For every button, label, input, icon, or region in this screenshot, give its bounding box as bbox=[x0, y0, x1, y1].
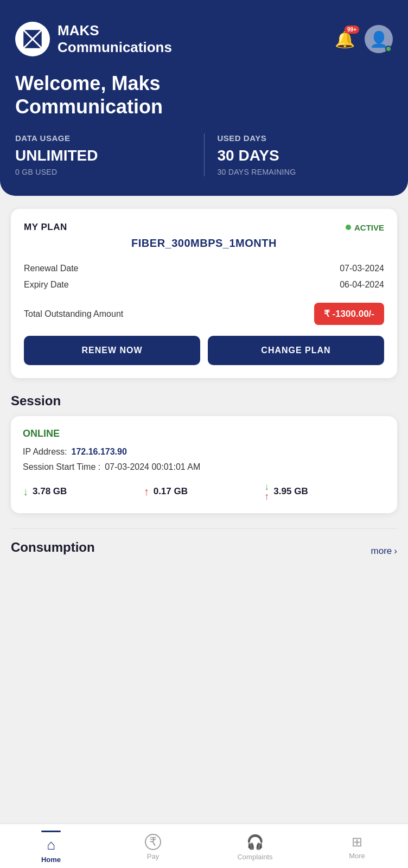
plan-header: MY PLAN ACTIVE bbox=[24, 222, 384, 233]
welcome-text: Welcome, Maks Communication bbox=[15, 72, 393, 118]
online-status: ONLINE bbox=[23, 428, 385, 439]
download-value: 3.78 GB bbox=[33, 486, 67, 497]
nav-complaints-label: Complaints bbox=[237, 853, 272, 861]
bottom-nav-container: ⌂ Home ₹ Pay 🎧 Complaints ⊞ More Powered… bbox=[0, 854, 408, 868]
session-section-title: Session bbox=[11, 393, 397, 409]
ip-label: IP Address: bbox=[23, 447, 67, 457]
expiry-label: Expiry Date bbox=[24, 280, 69, 290]
plan-card: MY PLAN ACTIVE FIBER_300MBPS_1MONTH Rene… bbox=[11, 209, 397, 378]
used-days-label: USED DAYS bbox=[218, 133, 393, 143]
session-stats: ↓ 3.78 GB ↑ 0.17 GB ↓↑ 3.95 GB bbox=[23, 482, 385, 501]
home-icon: ⌂ bbox=[47, 837, 55, 853]
renewal-label: Renewal Date bbox=[24, 264, 79, 273]
complaints-icon: 🎧 bbox=[246, 834, 264, 851]
outstanding-row: Total Outstanding Amount ₹ -1300.00/- bbox=[24, 303, 384, 325]
nav-item-complaints[interactable]: 🎧 Complaints bbox=[204, 824, 306, 868]
session-card: ONLINE IP Address: 172.16.173.90 Session… bbox=[11, 416, 397, 513]
user-avatar[interactable]: 👤 bbox=[365, 25, 393, 53]
avatar-icon: 👤 bbox=[369, 30, 388, 48]
total-stat: ↓↑ 3.95 GB bbox=[264, 482, 385, 501]
stat-data-usage: DATA USAGE UNLIMITED 0 GB USED bbox=[15, 133, 204, 176]
section-divider bbox=[11, 528, 397, 529]
header-actions: 🔔 99+ 👤 bbox=[335, 25, 393, 53]
upload-arrow-icon: ↑ bbox=[144, 486, 149, 498]
outstanding-label: Total Outstanding Amount bbox=[24, 309, 123, 319]
data-usage-value: UNLIMITED bbox=[15, 147, 191, 164]
plan-section-title: MY PLAN bbox=[24, 222, 67, 233]
nav-item-pay[interactable]: ₹ Pay bbox=[102, 824, 204, 868]
active-badge: ACTIVE bbox=[346, 223, 384, 232]
notification-badge: 99+ bbox=[345, 25, 359, 34]
consumption-header: Consumption more › bbox=[11, 540, 397, 563]
renewal-value: 07-03-2024 bbox=[340, 264, 384, 273]
ip-row: IP Address: 172.16.173.90 bbox=[23, 447, 385, 457]
download-arrow-icon: ↓ bbox=[23, 486, 28, 498]
more-chevron-icon: › bbox=[394, 546, 397, 557]
stats-row: DATA USAGE UNLIMITED 0 GB USED USED DAYS… bbox=[15, 133, 393, 176]
change-plan-button[interactable]: CHANGE PLAN bbox=[208, 336, 384, 365]
consumption-title: Consumption bbox=[11, 540, 95, 555]
nav-more-label: More bbox=[349, 852, 365, 860]
session-start-label: Session Start Time : bbox=[23, 462, 100, 472]
upload-value: 0.17 GB bbox=[154, 486, 188, 497]
upload-stat: ↑ 0.17 GB bbox=[144, 486, 265, 498]
session-time-row: Session Start Time : 07-03-2024 00:01:01… bbox=[23, 462, 385, 472]
brand-name: MAKSCommunications bbox=[58, 22, 172, 56]
data-usage-sub: 0 GB USED bbox=[15, 168, 191, 176]
data-usage-label: DATA USAGE bbox=[15, 133, 191, 143]
more-link[interactable]: more › bbox=[371, 546, 397, 557]
expiry-row: Expiry Date 06-04-2024 bbox=[24, 277, 384, 293]
plan-buttons: RENEW NOW CHANGE PLAN bbox=[24, 336, 384, 365]
nav-item-more[interactable]: ⊞ More bbox=[306, 824, 408, 868]
brand: MAKSCommunications bbox=[15, 22, 172, 56]
renewal-row: Renewal Date 07-03-2024 bbox=[24, 260, 384, 277]
header-top: MAKSCommunications 🔔 99+ 👤 bbox=[15, 22, 393, 56]
nav-pay-label: Pay bbox=[147, 852, 159, 860]
notification-bell[interactable]: 🔔 99+ bbox=[335, 30, 355, 49]
active-dot-icon bbox=[346, 225, 351, 230]
download-stat: ↓ 3.78 GB bbox=[23, 486, 144, 498]
plan-name: FIBER_300MBPS_1MONTH bbox=[24, 237, 384, 250]
active-label: ACTIVE bbox=[354, 223, 384, 232]
used-days-sub: 30 DAYS REMAINING bbox=[218, 168, 393, 176]
logo bbox=[15, 22, 50, 56]
stat-used-days: USED DAYS 30 DAYS 30 DAYS REMAINING bbox=[204, 133, 393, 176]
header: MAKSCommunications 🔔 99+ 👤 Welcome, Maks… bbox=[0, 0, 408, 196]
used-days-value: 30 DAYS bbox=[218, 147, 393, 164]
online-dot bbox=[385, 46, 392, 52]
outstanding-amount: ₹ -1300.00/- bbox=[314, 303, 384, 325]
ip-value: 172.16.173.90 bbox=[72, 447, 127, 457]
more-label: more bbox=[371, 546, 392, 557]
expiry-value: 06-04-2024 bbox=[340, 280, 384, 290]
renew-now-button[interactable]: RENEW NOW bbox=[24, 336, 200, 365]
total-value: 3.95 GB bbox=[273, 486, 308, 497]
pay-icon: ₹ bbox=[145, 834, 161, 850]
total-arrows-icon: ↓↑ bbox=[264, 482, 269, 501]
nav-item-home[interactable]: ⌂ Home bbox=[0, 824, 102, 868]
plan-details: Renewal Date 07-03-2024 Expiry Date 06-0… bbox=[24, 260, 384, 293]
session-start-value: 07-03-2024 00:01:01 AM bbox=[105, 462, 200, 472]
nav-home-label: Home bbox=[41, 856, 61, 864]
main-content: MY PLAN ACTIVE FIBER_300MBPS_1MONTH Rene… bbox=[0, 196, 408, 628]
more-nav-icon: ⊞ bbox=[352, 834, 362, 850]
nav-active-indicator bbox=[41, 831, 61, 832]
bottom-nav: ⌂ Home ₹ Pay 🎧 Complaints ⊞ More bbox=[0, 824, 408, 868]
